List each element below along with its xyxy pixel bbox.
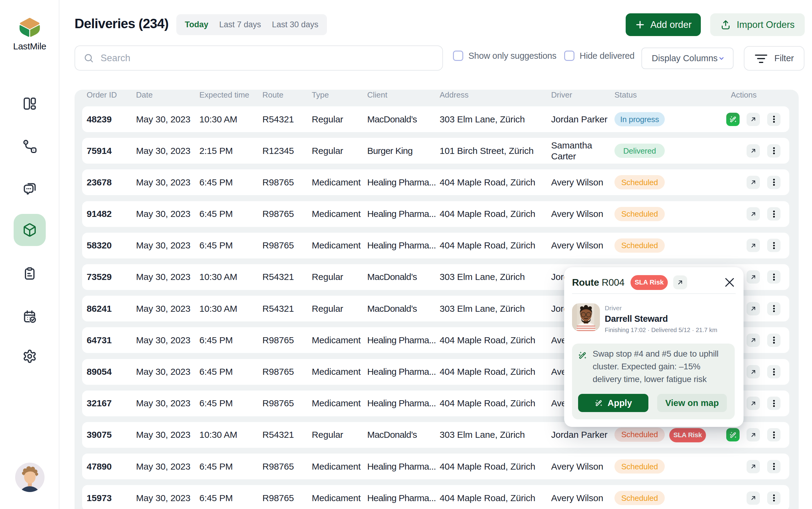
table-row[interactable]: 23678 May 30, 2023 6:45 PM R98765 Medica…: [82, 169, 789, 195]
arrow-up-right-icon: [750, 147, 757, 154]
cell-client: Healing Pharma...: [367, 335, 440, 346]
row-more-button[interactable]: [767, 176, 780, 189]
row-more-button[interactable]: [767, 365, 780, 378]
search-icon: [83, 53, 94, 63]
cell-date: May 30, 2023: [136, 271, 199, 282]
cell-type: Medicament: [312, 208, 367, 219]
search-input[interactable]: Search: [74, 45, 443, 71]
hide-delivered-checkbox[interactable]: [564, 50, 574, 61]
magic-wand-icon: [595, 399, 603, 407]
cell-order-id: 75914: [87, 145, 136, 156]
cell-address: 404 Maple Road, Zürich: [440, 461, 551, 472]
col-header-order-id: Order ID: [87, 90, 136, 100]
cell-type: Medicament: [312, 177, 367, 188]
cell-address: 303 Elm Lane, Zürich: [440, 303, 551, 314]
cell-route: R98765: [262, 366, 312, 377]
arrow-up-right-icon: [750, 400, 757, 407]
sidebar-item-routes[interactable]: [13, 131, 46, 163]
cell-client: MacDonald’s: [367, 303, 440, 314]
cell-expected-time: 10:30 AM: [199, 303, 262, 314]
cell-address: 404 Maple Road, Zürich: [440, 493, 551, 504]
cell-type: Medicament: [312, 398, 367, 409]
cell-status: Scheduled: [614, 238, 726, 253]
open-row-button[interactable]: [747, 144, 760, 158]
user-avatar[interactable]: [15, 463, 44, 492]
tab-last-7-days[interactable]: Last 7 days: [219, 20, 261, 29]
gear-icon: [23, 349, 37, 364]
row-more-button[interactable]: [767, 207, 780, 220]
open-row-button[interactable]: [747, 302, 760, 315]
table-row[interactable]: 91482 May 30, 2023 6:45 PM R98765 Medica…: [82, 201, 789, 227]
view-on-map-button[interactable]: View on map: [657, 394, 727, 412]
open-row-button[interactable]: [747, 113, 760, 126]
cell-expected-time: 6:45 PM: [199, 398, 262, 409]
cell-route: R54321: [262, 429, 312, 440]
status-badge: Scheduled: [614, 491, 665, 505]
open-row-button[interactable]: [747, 207, 760, 220]
tab-last-30-days[interactable]: Last 30 days: [272, 20, 318, 29]
cell-status: Scheduled: [614, 459, 726, 474]
open-row-button[interactable]: [747, 428, 760, 441]
display-columns-dropdown[interactable]: Display Columns: [641, 47, 734, 69]
open-row-button[interactable]: [747, 239, 760, 252]
open-row-button[interactable]: [747, 176, 760, 189]
arrow-up-right-icon: [750, 495, 757, 502]
chat-icon: [23, 181, 37, 196]
open-row-button[interactable]: [747, 397, 760, 410]
chevron-down-icon: [718, 54, 725, 63]
table-row[interactable]: 47890 May 30, 2023 6:45 PM R98765 Medica…: [82, 453, 789, 479]
cell-driver: Avery Wilson: [551, 240, 614, 251]
cell-type: Medicament: [312, 493, 367, 504]
tab-today[interactable]: Today: [185, 20, 208, 29]
apply-button[interactable]: Apply: [578, 394, 648, 412]
row-more-button[interactable]: [767, 113, 780, 126]
open-row-button[interactable]: [747, 460, 760, 473]
row-more-button[interactable]: [767, 302, 780, 315]
arrow-up-right-icon: [750, 337, 757, 344]
row-more-button[interactable]: [767, 460, 780, 473]
table-row[interactable]: 58320 May 30, 2023 6:45 PM R98765 Medica…: [82, 233, 789, 259]
sidebar-item-orders[interactable]: [13, 258, 46, 290]
popup-open-route-button[interactable]: [673, 275, 687, 290]
cell-date: May 30, 2023: [136, 429, 199, 440]
sidebar-item-deliveries[interactable]: [13, 214, 46, 246]
popup-close-button[interactable]: [723, 276, 736, 289]
cell-type: Medicament: [312, 240, 367, 251]
status-badge: In progress: [614, 112, 665, 126]
table-row[interactable]: 15973 May 30, 2023 6:45 PM R98765 Medica…: [82, 485, 789, 509]
row-more-button[interactable]: [767, 428, 780, 441]
suggestion-wand-button[interactable]: [726, 113, 740, 126]
show-only-suggestions-checkbox[interactable]: [453, 50, 463, 61]
row-more-button[interactable]: [767, 397, 780, 410]
table-row[interactable]: 48239 May 30, 2023 10:30 AM R54321 Regul…: [82, 106, 789, 132]
kebab-menu-icon: [770, 336, 778, 344]
driver-meta: Finishing 17:02 · Delivered 5/12 · 21.7 …: [605, 327, 717, 334]
sidebar: LastMile: [0, 0, 59, 509]
sidebar-item-schedule[interactable]: [13, 301, 46, 333]
cell-expected-time: 6:45 PM: [199, 366, 262, 377]
kebab-menu-icon: [770, 241, 778, 250]
open-row-button[interactable]: [747, 270, 760, 283]
sidebar-item-dashboard[interactable]: [13, 88, 46, 120]
open-row-button[interactable]: [747, 334, 760, 347]
import-orders-button[interactable]: Import Orders: [710, 13, 805, 36]
cell-address: 404 Maple Road, Zürich: [440, 335, 551, 346]
row-more-button[interactable]: [767, 491, 780, 505]
row-more-button[interactable]: [767, 334, 780, 347]
row-more-button[interactable]: [767, 239, 780, 252]
cell-driver: Avery Wilson: [551, 493, 614, 504]
row-more-button[interactable]: [767, 270, 780, 283]
filter-button[interactable]: Filter: [744, 46, 805, 71]
table-row[interactable]: 75914 May 30, 2023 2:15 PM R12345 Regula…: [82, 138, 789, 164]
kebab-menu-icon: [770, 146, 778, 155]
cell-expected-time: 10:30 AM: [199, 114, 262, 125]
search-placeholder: Search: [101, 53, 130, 64]
sidebar-item-messages[interactable]: [13, 172, 46, 205]
open-row-button[interactable]: [747, 491, 760, 505]
add-order-button[interactable]: Add order: [625, 13, 701, 36]
suggestion-wand-button[interactable]: [726, 428, 740, 441]
open-row-button[interactable]: [747, 365, 760, 378]
cell-client: Healing Pharma...: [367, 493, 440, 504]
row-more-button[interactable]: [767, 144, 780, 158]
sidebar-item-settings[interactable]: [13, 340, 46, 372]
